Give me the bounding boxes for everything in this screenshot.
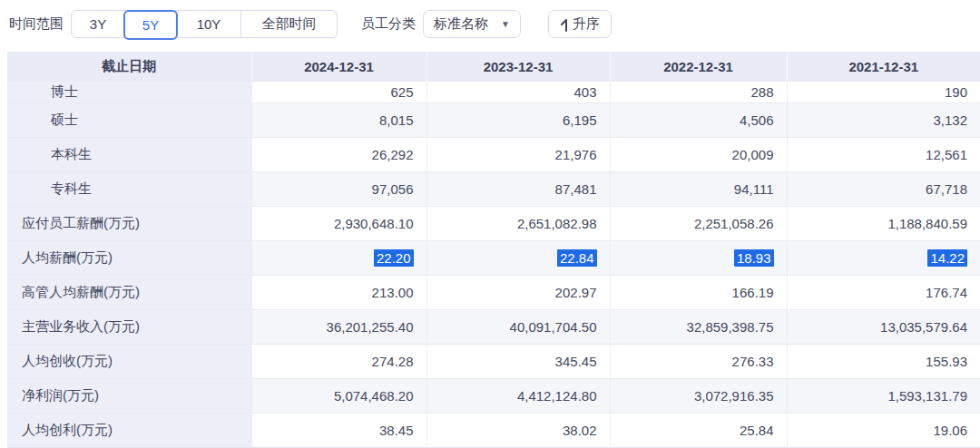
highlighted-cell-value: 18.93 (734, 249, 774, 267)
table-row-revenue-per-capita[interactable]: 人均创收(万元) 274.28 345.45 276.33 155.93 (7, 344, 980, 378)
table-header-row: 截止日期 2024-12-31 2023-12-31 2022-12-31 20… (7, 52, 980, 82)
cell-value: 25.84 (610, 413, 787, 447)
cell-value: 2,651,082.98 (426, 206, 610, 240)
column-header-end-date[interactable]: 截止日期 (7, 52, 251, 82)
column-header-2024[interactable]: 2024-12-31 (251, 52, 426, 82)
cell-value: 5,074,468.20 (251, 378, 426, 413)
cell-value: 12,561 (787, 137, 980, 171)
cell-value: 288 (610, 82, 787, 102)
row-label: 人均薪酬(万元) (7, 240, 251, 275)
chevron-down-icon: ▼ (501, 20, 510, 29)
highlighted-cell-value: 14.22 (927, 249, 967, 267)
table-row-profit-per-capita[interactable]: 人均创利(万元) 38.45 38.02 25.84 19.06 (7, 413, 980, 447)
row-label: 硕士 (7, 102, 251, 137)
cell-value: 166.19 (610, 275, 787, 309)
cell-value: 213.00 (251, 275, 426, 309)
cell-value: 36,201,255.40 (251, 309, 426, 344)
cell-value: 403 (426, 82, 610, 102)
cell-value: 19.06 (787, 413, 980, 447)
cell-value: 26,292 (251, 137, 426, 171)
cell-value: 67,718 (787, 171, 980, 206)
highlighted-cell-value: 22.84 (557, 249, 597, 267)
column-header-2023[interactable]: 2023-12-31 (426, 52, 610, 82)
cell-value: 155.93 (787, 344, 980, 378)
row-label: 主营业务收入(万元) (7, 309, 251, 344)
sort-ascending-button[interactable]: 升序 (548, 10, 612, 38)
time-range-segmented-control: 3Y 5Y 10Y 全部时间 (71, 10, 338, 38)
cell-value: 190 (787, 82, 980, 102)
cell-value: 1,593,131.79 (787, 378, 980, 413)
row-label: 本科生 (7, 137, 251, 171)
cell-value: 274.28 (251, 344, 426, 378)
cell-value: 20,009 (610, 137, 787, 171)
employee-data-table-container: 截止日期 2024-12-31 2023-12-31 2022-12-31 20… (7, 52, 980, 448)
cell-value: 4,412,124.80 (426, 378, 610, 413)
column-header-2022[interactable]: 2022-12-31 (610, 52, 787, 82)
cell-value: 2,251,058.26 (610, 206, 787, 240)
row-label: 应付员工薪酬(万元) (7, 206, 251, 240)
table-row-master[interactable]: 硕士 8,015 6,195 4,506 3,132 (7, 102, 980, 137)
row-label: 人均创利(万元) (7, 413, 251, 447)
row-label: 净利润(万元) (7, 378, 251, 413)
arrow-up-icon (560, 17, 570, 32)
cell-value: 1,188,840.59 (787, 206, 980, 240)
cell-value: 40,091,704.50 (426, 309, 610, 344)
cell-value: 38.45 (251, 413, 426, 447)
cell-value: 8,015 (251, 102, 426, 137)
cell-value: 176.74 (787, 275, 980, 309)
cell-value: 87,481 (426, 171, 610, 206)
column-header-2021[interactable]: 2021-12-31 (787, 52, 980, 82)
cell-value: 3,132 (787, 102, 980, 137)
classification-dropdown[interactable]: 标准名称 ▼ (423, 10, 521, 38)
row-label: 人均创收(万元) (7, 344, 251, 378)
cell-value: 97,056 (251, 171, 426, 206)
time-range-label: 时间范围 (9, 15, 64, 33)
cell-value: 4,506 (610, 102, 787, 137)
cell-value: 94,111 (610, 171, 787, 206)
table-row-associate[interactable]: 专科生 97,056 87,481 94,111 67,718 (7, 171, 980, 206)
employee-classification-label: 员工分类 (361, 15, 416, 33)
highlighted-cell-value: 22.20 (374, 249, 414, 267)
time-range-option-3y[interactable]: 3Y (72, 11, 124, 37)
toolbar: 时间范围 3Y 5Y 10Y 全部时间 员工分类 标准名称 ▼ 升序 (0, 0, 980, 38)
row-label: 高管人均薪酬(万元) (7, 275, 251, 309)
cell-value: 6,195 (426, 102, 610, 137)
cell-value: 202.97 (426, 275, 610, 309)
table-row-avg-salary[interactable]: 人均薪酬(万元) 22.20 22.84 18.93 14.22 (7, 240, 980, 275)
cell-value: 2,930,648.10 (251, 206, 426, 240)
time-range-option-all[interactable]: 全部时间 (240, 11, 337, 37)
sort-button-label: 升序 (573, 15, 600, 33)
time-range-option-5y[interactable]: 5Y (123, 10, 178, 40)
classification-dropdown-value: 标准名称 (434, 15, 488, 33)
row-label: 博士 (7, 82, 251, 102)
table-row-phd[interactable]: 博士 625 403 288 190 (7, 82, 980, 102)
cell-value: 345.45 (426, 344, 610, 378)
cell-value: 13,035,579.64 (787, 309, 980, 344)
cell-value: 625 (251, 82, 426, 102)
table-row-main-revenue[interactable]: 主营业务收入(万元) 36,201,255.40 40,091,704.50 3… (7, 309, 980, 344)
row-label: 专科生 (7, 171, 251, 206)
table-row-payable-compensation[interactable]: 应付员工薪酬(万元) 2,930,648.10 2,651,082.98 2,2… (7, 206, 980, 240)
table-row-bachelor[interactable]: 本科生 26,292 21,976 20,009 12,561 (7, 137, 980, 171)
cell-value: 3,072,916.35 (610, 378, 787, 413)
cell-value: 32,859,398.75 (610, 309, 787, 344)
cell-value: 21,976 (426, 137, 610, 171)
table-row-executive-avg-salary[interactable]: 高管人均薪酬(万元) 213.00 202.97 166.19 176.74 (7, 275, 980, 309)
employee-data-table: 截止日期 2024-12-31 2023-12-31 2022-12-31 20… (7, 52, 980, 448)
table-row-net-profit[interactable]: 净利润(万元) 5,074,468.20 4,412,124.80 3,072,… (7, 378, 980, 413)
cell-value: 38.02 (426, 413, 610, 447)
cell-value: 276.33 (610, 344, 787, 378)
time-range-option-10y[interactable]: 10Y (177, 11, 240, 37)
